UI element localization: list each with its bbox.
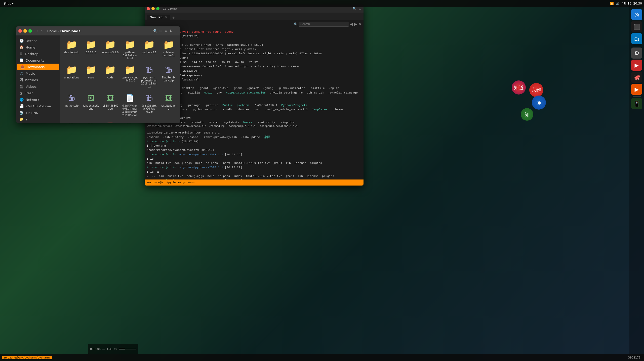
files-menu[interactable]: Files ▾ <box>2 2 16 6</box>
dock-icon-github[interactable]: 🐙 <box>631 72 642 83</box>
list-item[interactable]: 📁 cuda <box>101 63 119 90</box>
menu-icon[interactable]: ⋮ <box>174 29 178 33</box>
sidebar-item-trash[interactable]: 🗑 Trash <box>16 90 60 96</box>
sidebar-item-network[interactable]: 🌐 Network <box>16 96 60 103</box>
list-item[interactable]: 🗜 ICPR_text_train_part2_20180313.zip <box>62 119 81 123</box>
network-status-icon: 📶 <box>610 2 614 5</box>
doc-icon: 📄 <box>123 92 136 104</box>
media-progress-bar[interactable] <box>119 349 136 349</box>
search-close-icon[interactable]: ✕ <box>358 22 361 26</box>
dock-icon-files[interactable]: 🗂 <box>631 33 642 44</box>
list-item[interactable]: 🖼 (zhaoxi.net).png <box>82 91 100 118</box>
list-item[interactable]: 🗜 opencv-3.1.0-py35_0.tar.bz2 <box>140 119 158 123</box>
recent-icon: 🕐 <box>19 39 24 43</box>
file-name: annotations <box>64 76 79 79</box>
sidebar-item-tplink[interactable]: 📡 TP-LINK <box>16 109 60 116</box>
terminal-minimize-button[interactable] <box>151 7 155 10</box>
desktop-app-icon-4[interactable]: 知 <box>521 108 533 121</box>
file-name: cuda <box>107 76 113 79</box>
sidebar-item-home[interactable]: 🏠 Home <box>16 44 60 51</box>
terminal-close-button[interactable] <box>147 7 150 10</box>
minimize-button[interactable] <box>23 29 27 33</box>
forward-button[interactable]: › <box>40 28 44 34</box>
path-current[interactable]: Downloads <box>60 29 80 33</box>
list-item[interactable]: 🗜 Flat Remix dark.zip <box>159 63 178 90</box>
terminal-maximize-button[interactable] <box>156 7 159 10</box>
file-name: dashtodock <box>64 51 79 54</box>
statusbar-active-item[interactable]: zerozone@z:~/pycharm/pycharm- <box>2 356 52 359</box>
file-grid: 📁 dashtodock 📁 6.13.2_0 📁 opencv-3.1.0 📁… <box>60 35 180 123</box>
path-home[interactable]: Home <box>47 29 57 33</box>
download-icon[interactable]: ⬇ <box>169 29 172 33</box>
file-name: 1568458362.jpg <box>102 104 118 110</box>
list-item[interactable]: 🖼 1568458362.jpg <box>101 91 119 118</box>
terminal-search-input[interactable] <box>299 22 349 27</box>
terminal-tab-1-close[interactable]: ✕ <box>165 16 167 19</box>
dock-icon-chrome[interactable]: ◎ <box>631 9 642 20</box>
list-item[interactable]: 🗜 opencv-3.1.0-py36_0.tar.bz2 <box>120 119 139 123</box>
dock-separator-2 <box>633 96 641 97</box>
terminal-tab-1[interactable]: New Tab ✕ <box>147 15 170 20</box>
list-item[interactable]: 🗜 pycharm-professional-2018.1.1.tar.gz <box>140 63 158 90</box>
sidebar-item-z[interactable]: 📁 z <box>16 116 60 122</box>
list-item[interactable]: 📁 dashtodock <box>62 37 81 62</box>
list-item[interactable]: 📄 生物医用镁合金节材的制备及其耐腐蚀特性的研究.caj <box>120 91 139 118</box>
dock-icon-extra1[interactable]: 📱 <box>631 98 642 109</box>
file-name: 生物医用镁合金节材的制备及其耐腐蚀特性的研究.caj <box>122 104 138 116</box>
desktop-app-icon-3[interactable]: ◉ <box>532 96 546 110</box>
list-item[interactable]: 🗜 分布式多媒体体系节点资料.zip <box>140 91 158 118</box>
list-item[interactable]: 📁 annotations <box>62 63 81 90</box>
list-item[interactable]: 📁 sublime-text-imfix <box>159 37 178 62</box>
sidebar-item-264gb[interactable]: 💾 264 GB Volume <box>16 103 60 109</box>
desktop-app-icon-2[interactable]: 知道 <box>512 80 526 95</box>
back-button[interactable]: ‹ <box>35 28 39 34</box>
search-prev-icon[interactable]: ◀ <box>350 22 353 26</box>
breadcrumb: Home › Downloads <box>47 29 80 33</box>
list-item[interactable]: 🖼 resultsfig.png <box>159 91 178 118</box>
file-name: resultsfig.png <box>160 104 177 110</box>
search-next-icon[interactable]: ▶ <box>354 22 357 26</box>
sidebar-item-pictures[interactable]: 🖼 Pictures <box>16 77 60 83</box>
folder-icon: 📁 <box>123 39 136 51</box>
list-item[interactable]: 🗜 [update] ICPR_text_train_part1_2018031… <box>82 119 100 123</box>
maximize-button[interactable] <box>28 29 32 33</box>
list-item[interactable]: 🗜 opencv_contrib-3.1.0.zip <box>159 119 178 123</box>
archive-icon: 🗜 <box>143 92 156 104</box>
desktop-app-icon-1[interactable]: 六维 <box>529 83 543 97</box>
sidebar-item-downloads[interactable]: 📥 Downloads <box>17 64 59 70</box>
list-item[interactable]: 📁 opencv-3.1.0 <box>101 37 119 62</box>
dock-icon-settings[interactable]: ⚙ <box>631 48 642 59</box>
sidebar-item-videos[interactable]: 🎬 Videos <box>16 83 60 90</box>
file-name: pycharm-professional-2018.1.1.tar.gz <box>141 76 157 88</box>
list-item[interactable]: 🗜 ipython.zip <box>62 91 81 118</box>
sidebar-item-desktop[interactable]: 🖥 Desktop <box>16 51 60 57</box>
list-item[interactable]: 📁 python-3.6.4-docs-html <box>120 37 139 62</box>
list-item[interactable]: 📁 6.13.2_0 <box>82 37 100 62</box>
right-dock: ◎ ⬛ 🗂 ⚙ ▶ 🐙 ▶ 📱 <box>629 7 644 361</box>
list-item[interactable]: 📁 opencv_contrib-3.1.0 <box>120 63 139 90</box>
toolbar-icons: 🔍 ⊞ ↕ ⬇ ⋮ <box>153 29 178 33</box>
list-item[interactable]: 📕 dlbook_cn_v0.5-beta.pdf <box>101 119 119 123</box>
view-toggle-icon[interactable]: ⊞ <box>159 29 163 33</box>
sidebar-item-music[interactable]: 🎵 Music <box>16 70 60 77</box>
files-dock-icon: 🗂 <box>634 36 639 42</box>
dock-icon-vlc[interactable]: ▶ <box>631 84 642 95</box>
close-button[interactable] <box>18 29 22 33</box>
sidebar-item-data[interactable]: 📁 数据 <box>16 122 60 123</box>
file-name: 6.13.2_0 <box>86 51 96 54</box>
terminal-toolbar: 🔍 ⚙ <box>352 7 361 11</box>
list-item[interactable]: 📁 coco <box>82 63 100 90</box>
sidebar-item-documents[interactable]: 📄 Documents <box>16 57 60 64</box>
terminal-new-tab-button[interactable]: + <box>171 15 176 20</box>
sort-icon[interactable]: ↕ <box>165 29 168 33</box>
dock-icon-youtube[interactable]: ▶ <box>631 60 642 71</box>
terminal-settings-icon[interactable]: ⚙ <box>358 7 361 11</box>
list-item[interactable]: 📁 cudnn_v5.1 <box>140 37 158 62</box>
dock-icon-terminal[interactable]: ⬛ <box>631 21 642 32</box>
sidebar-item-pictures-label: Pictures <box>25 78 38 82</box>
terminal-search-icon[interactable]: 🔍 <box>352 7 356 11</box>
search-icon[interactable]: 🔍 <box>153 29 157 33</box>
file-name: cudnn_v5.1 <box>142 51 156 54</box>
sidebar-item-recent[interactable]: 🕐 Recent <box>16 37 60 44</box>
sidebar-item-home-label: Home <box>26 46 35 49</box>
